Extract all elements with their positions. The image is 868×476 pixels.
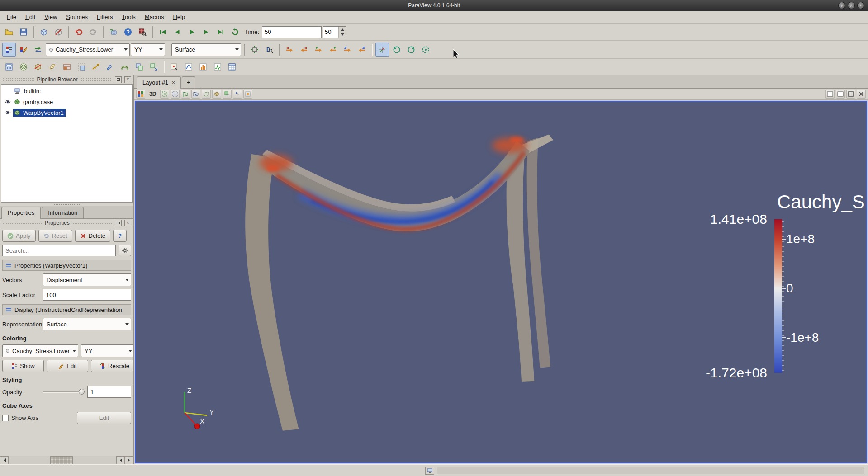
slider-handle[interactable] — [79, 389, 85, 395]
disconnect-server-button[interactable] — [52, 25, 65, 39]
maximize-view-button[interactable] — [846, 90, 855, 99]
panel-help-button[interactable]: ? — [113, 230, 127, 242]
color-legend-bar[interactable] — [774, 219, 783, 373]
adjust-camera-button[interactable] — [419, 43, 432, 57]
next-frame-button[interactable] — [199, 25, 213, 39]
help-button[interactable] — [121, 25, 135, 39]
coloring-field-combo[interactable]: Cauchy_Stress.Lower — [2, 344, 78, 357]
dock-handle[interactable] — [81, 78, 112, 81]
select-polygon-cells-button[interactable] — [202, 90, 211, 99]
choose-color-preset-button[interactable] — [31, 43, 45, 57]
close-panel-button[interactable]: × — [124, 76, 131, 83]
histogram-button[interactable] — [196, 60, 210, 74]
time-step-spinbox[interactable] — [323, 26, 346, 38]
select-points-rect-button[interactable] — [171, 90, 180, 99]
menu-help[interactable]: Help — [169, 12, 189, 22]
edit-color-map-button[interactable] — [17, 43, 30, 57]
visibility-eye-icon[interactable] — [3, 109, 12, 116]
scroll-left-button-2[interactable] — [116, 456, 125, 464]
close-view-button[interactable] — [857, 90, 866, 99]
last-frame-button[interactable] — [214, 25, 228, 39]
reset-button[interactable]: Reset — [38, 230, 72, 242]
show-axis-checkbox[interactable] — [2, 415, 9, 421]
threshold-button[interactable] — [60, 60, 74, 74]
tab-information[interactable]: Information — [42, 207, 84, 218]
coloring-component-combo[interactable]: YY — [81, 344, 133, 357]
calculator-button[interactable] — [2, 60, 16, 74]
previous-frame-button[interactable] — [171, 25, 184, 39]
panel-splitter[interactable] — [0, 203, 133, 206]
stream-tracer-button[interactable] — [104, 60, 117, 74]
menu-view[interactable]: View — [40, 12, 61, 22]
left-panel-hscrollbar[interactable] — [0, 456, 133, 464]
layout-tab[interactable]: Layout #1 × — [137, 76, 181, 89]
menu-tools[interactable]: Tools — [118, 12, 139, 22]
reset-camera-button[interactable] — [248, 43, 261, 57]
add-layout-tab-button[interactable]: + — [182, 76, 195, 88]
save-data-button[interactable] — [17, 25, 30, 39]
spreadsheet-view-button[interactable] — [225, 60, 239, 74]
menu-file[interactable]: File — [3, 12, 20, 22]
menu-macros[interactable]: Macros — [141, 12, 168, 22]
hover-cells-button[interactable] — [243, 90, 252, 99]
abort-progress-button[interactable] — [425, 467, 434, 475]
color-by-field-combo[interactable]: Cauchy_Stress.Lower — [46, 43, 130, 56]
view-plus-y-button[interactable] — [312, 43, 325, 57]
interactive-select-cells-button[interactable] — [223, 90, 232, 99]
search-input[interactable] — [2, 245, 116, 256]
extract-group-button[interactable] — [147, 60, 161, 74]
visibility-eye-icon[interactable] — [3, 99, 12, 105]
find-data-button[interactable] — [136, 25, 149, 39]
plot-selection-over-time-button[interactable] — [211, 60, 224, 74]
close-tab-icon[interactable]: × — [172, 80, 175, 85]
interactive-select-points-button[interactable] — [233, 90, 242, 99]
undo-button[interactable] — [72, 25, 85, 39]
select-frustum-cells-button[interactable] — [181, 90, 190, 99]
loop-button[interactable] — [228, 25, 242, 39]
split-vertical-button[interactable] — [836, 90, 845, 99]
render-view-3d[interactable]: Cauchy_S 1.41e+08 -1.72e+08 — [135, 101, 867, 463]
undo-camera-button[interactable] — [107, 25, 120, 39]
representation-property-combo[interactable]: Surface — [43, 318, 131, 330]
color-by-component-combo[interactable]: YY — [131, 43, 165, 56]
vectors-combo[interactable]: Displacement — [43, 273, 131, 286]
show-center-axes-button[interactable] — [375, 43, 389, 57]
toggle-color-legend-button[interactable] — [2, 43, 16, 57]
glyph-button[interactable] — [89, 60, 103, 74]
pipeline-item-gantry-case[interactable]: gantry.case — [1, 96, 132, 107]
scrollbar-track[interactable] — [9, 456, 116, 464]
view-plus-z-button[interactable] — [341, 43, 354, 57]
dock-handle[interactable] — [72, 221, 112, 225]
section-properties-header[interactable]: Properties (WarpByVector1) — [2, 260, 131, 271]
window-close-button[interactable]: × — [857, 2, 864, 9]
view-minus-y-button[interactable] — [326, 43, 340, 57]
menu-sources[interactable]: Sources — [62, 12, 92, 22]
search-options-button[interactable] — [119, 245, 131, 256]
view-minus-z-button[interactable] — [355, 43, 369, 57]
close-panel-button[interactable]: × — [124, 220, 131, 226]
open-file-button[interactable] — [2, 25, 16, 39]
warp-by-vector-button[interactable] — [118, 60, 132, 74]
menu-filters[interactable]: Filters — [93, 12, 117, 22]
time-value-input[interactable] — [262, 26, 322, 38]
redo-button[interactable] — [86, 25, 100, 39]
scrollbar-thumb[interactable] — [50, 456, 73, 464]
select-block-button[interactable] — [212, 90, 221, 99]
select-frustum-points-button[interactable] — [191, 90, 200, 99]
spin-down-button[interactable] — [339, 32, 346, 38]
connect-server-button[interactable] — [37, 25, 51, 39]
window-minimize-button[interactable]: ∨ — [838, 2, 845, 9]
rotate-90-cw-button[interactable] — [404, 43, 418, 57]
first-frame-button[interactable] — [156, 25, 170, 39]
pipeline-item-warpbyvector1[interactable]: WarpByVector1 — [1, 107, 132, 118]
cube-axes-edit-button[interactable]: Edit — [77, 412, 131, 424]
scroll-right-button[interactable] — [125, 456, 133, 464]
edit-color-map-panel-button[interactable]: Edit — [47, 360, 88, 372]
representation-combo[interactable]: Surface — [171, 43, 241, 56]
opacity-input[interactable] — [87, 386, 131, 398]
rescale-button[interactable]: Rescale — [91, 360, 133, 372]
show-legend-button[interactable]: Show — [2, 360, 44, 372]
menu-edit[interactable]: Edit — [21, 12, 39, 22]
contour-button[interactable] — [17, 60, 30, 74]
zoom-to-data-button[interactable]: D — [262, 43, 276, 57]
